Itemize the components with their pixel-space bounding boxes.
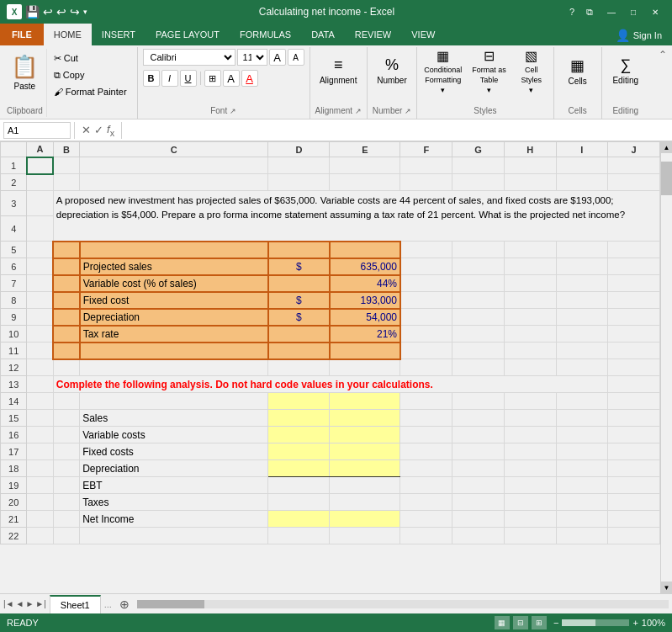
cell-A4[interactable]	[27, 216, 53, 242]
cell-C8[interactable]: Fixed cost	[80, 292, 268, 309]
tab-page-layout[interactable]: PAGE LAYOUT	[146, 24, 230, 45]
cell-D10[interactable]	[268, 326, 330, 343]
cell-F21[interactable]	[400, 511, 452, 528]
cell-C19[interactable]: EBT	[80, 477, 268, 494]
cell-D9[interactable]: $	[268, 309, 330, 326]
cell-J5[interactable]	[608, 242, 660, 258]
cell-I20[interactable]	[556, 494, 608, 511]
cell-A18[interactable]	[27, 460, 53, 477]
bold-button[interactable]: B	[143, 70, 160, 87]
sheet-nav-prev[interactable]: ◄	[16, 599, 24, 608]
cell-J14[interactable]	[608, 393, 660, 410]
cell-J9[interactable]	[608, 309, 660, 326]
help-button[interactable]: ?	[566, 5, 578, 19]
cell-I5[interactable]	[556, 242, 608, 258]
cell-I21[interactable]	[556, 511, 608, 528]
cell-A12[interactable]	[27, 359, 53, 376]
cell-F22[interactable]	[400, 528, 452, 544]
cell-E1[interactable]	[330, 157, 400, 174]
cell-F19[interactable]	[400, 477, 452, 494]
cell-D15[interactable]	[268, 410, 330, 427]
cell-E11[interactable]	[330, 343, 400, 359]
cell-D14[interactable]	[268, 393, 330, 410]
col-header-C[interactable]: C	[80, 142, 268, 157]
col-header-E[interactable]: E	[330, 142, 400, 157]
cell-C22[interactable]	[80, 528, 268, 544]
cell-B11[interactable]	[53, 343, 79, 359]
minimize-button[interactable]: —	[601, 3, 622, 20]
cell-F20[interactable]	[400, 494, 452, 511]
paste-button[interactable]: 📋 Paste	[8, 49, 41, 96]
zoom-in-button[interactable]: +	[632, 618, 638, 628]
cell-styles-button[interactable]: ▧ Cell Styles ▾	[513, 49, 550, 93]
font-expand[interactable]: ↗	[230, 107, 236, 115]
sign-in-button[interactable]: 👤 Sign In	[606, 25, 672, 45]
zoom-level[interactable]: 100%	[642, 618, 665, 628]
cell-E8[interactable]: 193,000	[330, 292, 400, 309]
col-header-G[interactable]: G	[452, 142, 505, 157]
cell-B16[interactable]	[53, 427, 79, 443]
cell-E10[interactable]: 21%	[330, 326, 400, 343]
cell-G18[interactable]	[452, 460, 505, 477]
cell-I14[interactable]	[556, 393, 608, 410]
cell-E20[interactable]	[330, 494, 400, 511]
cell-H2[interactable]	[504, 174, 556, 191]
cell-H11[interactable]	[504, 343, 556, 359]
restore-button[interactable]: ⧉	[583, 5, 596, 19]
formula-input[interactable]	[125, 125, 669, 136]
cell-H21[interactable]	[504, 511, 556, 528]
cell-B2[interactable]	[53, 174, 79, 191]
cell-B20[interactable]	[53, 494, 79, 511]
cell-G14[interactable]	[452, 393, 505, 410]
tab-review[interactable]: REVIEW	[345, 24, 401, 45]
cell-A13[interactable]	[27, 376, 53, 393]
sheet-nav-first[interactable]: |◄	[3, 599, 14, 608]
cell-F6[interactable]	[400, 258, 452, 275]
conditional-formatting-button[interactable]: ▦ Conditional Formatting ▾	[421, 49, 465, 93]
cell-I16[interactable]	[556, 427, 608, 443]
cell-D21[interactable]	[268, 511, 330, 528]
cell-F10[interactable]	[400, 326, 452, 343]
copy-button[interactable]: ⧉Copy	[50, 67, 130, 82]
fill-color-button[interactable]: A	[223, 70, 240, 87]
tab-home[interactable]: HOME	[44, 24, 92, 45]
cell-J8[interactable]	[608, 292, 660, 309]
col-header-J[interactable]: J	[608, 142, 660, 157]
cells-button[interactable]: ▦ Cells	[559, 49, 596, 93]
number-button[interactable]: % Number	[373, 49, 410, 93]
cell-B19[interactable]	[53, 477, 79, 494]
close-button[interactable]: ✕	[645, 3, 665, 20]
cell-E17[interactable]	[330, 443, 400, 460]
cell-B21[interactable]	[53, 511, 79, 528]
cancel-formula-icon[interactable]: ✕	[82, 124, 91, 136]
cell-A17[interactable]	[27, 443, 53, 460]
cell-E14[interactable]	[330, 393, 400, 410]
cell-C16[interactable]: Variable costs	[80, 427, 268, 443]
cell-G15[interactable]	[452, 410, 505, 427]
cell-F18[interactable]	[400, 460, 452, 477]
cell-I9[interactable]	[556, 309, 608, 326]
cell-C17[interactable]: Fixed costs	[80, 443, 268, 460]
scroll-thumb-vertical[interactable]	[661, 162, 673, 195]
cell-C5[interactable]	[80, 242, 268, 258]
cell-F9[interactable]	[400, 309, 452, 326]
cell-B3-merged[interactable]: A proposed new investment has projected …	[53, 191, 659, 242]
undo-button[interactable]: ↩	[43, 5, 53, 19]
cell-G20[interactable]	[452, 494, 505, 511]
cell-J22[interactable]	[608, 528, 660, 544]
zoom-out-button[interactable]: −	[553, 618, 558, 628]
cell-F11[interactable]	[400, 343, 452, 359]
cell-B15[interactable]	[53, 410, 79, 427]
cell-A1[interactable]	[27, 157, 53, 174]
cell-J20[interactable]	[608, 494, 660, 511]
cell-J1[interactable]	[608, 157, 660, 174]
cell-B5[interactable]	[53, 242, 79, 258]
cell-J11[interactable]	[608, 343, 660, 359]
cell-A16[interactable]	[27, 427, 53, 443]
cell-A6[interactable]	[27, 258, 53, 275]
add-sheet-button[interactable]: ⊕	[115, 595, 134, 613]
cell-H18[interactable]	[504, 460, 556, 477]
cell-G21[interactable]	[452, 511, 505, 528]
zoom-slider[interactable]	[562, 619, 629, 626]
cell-E22[interactable]	[330, 528, 400, 544]
